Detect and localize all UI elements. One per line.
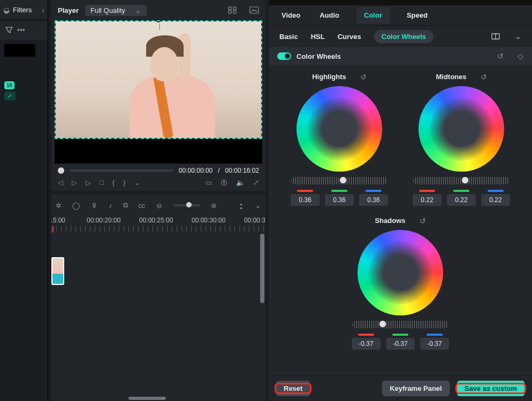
compare-view-icon[interactable] [491,33,500,40]
chevron-down-icon[interactable]: ⌄ [255,202,261,209]
wheel-midtones: Midtones ↺ 0.22 0.22 0.22 [405,70,518,206]
quality-select[interactable]: Full Quality ⌄ [85,5,147,16]
shadows-label: Shadows [375,217,405,225]
highlights-b[interactable]: 0.36 [359,194,388,206]
mark-in-icon[interactable]: { [112,179,115,187]
scrub-handle[interactable] [58,167,64,174]
reset-icon[interactable]: ↺ [420,217,426,225]
filter-search[interactable] [4,44,35,57]
timeline-ruler[interactable]: 15:00 00:00:20:00 00:00:25:00 00:00:30:0… [51,214,265,234]
play-icon[interactable]: ▷ [86,179,91,187]
save-as-custom-button[interactable]: Save as custom [457,381,525,396]
mark-out-icon[interactable]: } [123,179,125,187]
fullscreen-icon[interactable]: ⤢ [253,179,259,187]
svg-rect-1 [233,7,236,10]
tl-pip-icon[interactable]: ⧉ [123,201,128,210]
reset-icon[interactable]: ↺ [481,73,487,81]
grid-view-icon[interactable] [228,6,237,14]
subtab-color-wheels[interactable]: Color Wheels [374,30,434,43]
svg-rect-0 [229,7,231,10]
filter-chip-check[interactable]: ✓ [4,91,16,101]
center-column: Player Full Quality ⌄ 00:00:00:00 [51,0,265,401]
color-wheels-title: Color Wheels [297,52,341,60]
inspector-tabs-primary: Video Audio Color Speed [269,5,532,26]
highlights-r[interactable]: 0.36 [291,194,320,206]
chevron-down-icon[interactable]: ⌄ [515,33,521,40]
volume-icon[interactable]: 🔈 [236,179,245,187]
scrub-track[interactable] [70,169,173,172]
tl-settings-icon[interactable]: ✲ [56,202,62,210]
reset-icon[interactable]: ↺ [360,73,367,81]
zoom-out-icon[interactable]: ⊖ [156,202,162,210]
undo-icon[interactable]: ↺ [497,52,504,60]
picture-icon[interactable] [249,6,259,14]
more-dots-icon[interactable]: ••• [17,26,25,34]
total-timecode: 00:00:16:02 [225,167,259,174]
filter-chip[interactable]: 16 [4,81,14,89]
reset-highlight-box: Reset [276,384,310,392]
svg-rect-2 [229,11,231,13]
filter-funnel-icon[interactable] [5,26,13,34]
color-wheels-toggle[interactable] [277,52,291,60]
aspect-menu-icon[interactable]: ⌄ [134,179,140,187]
tab-audio[interactable]: Audio [317,7,341,24]
keyframe-diamond-icon[interactable]: ◇ [518,52,523,60]
save-highlight-box: Save as custom [457,384,525,392]
ruler-tick: 00:00:30:00 [192,217,225,224]
ruler-tick: 00:00:20:00 [87,217,120,224]
tab-video[interactable]: Video [279,7,302,24]
highlights-label: Highlights [312,73,346,81]
current-timecode: 00:00:00:00 [179,167,212,174]
player-panel: Player Full Quality ⌄ 00:00:00:00 [51,0,265,191]
tl-layout-icon[interactable] [238,202,244,209]
inspector-footer: Reset Keyframe Panel Save as custom [269,375,532,401]
video-preview[interactable] [55,20,262,139]
midtones-slider[interactable] [413,177,510,184]
midtones-b[interactable]: 0.22 [481,194,510,206]
ruler-tick: 00:00:25:00 [139,217,173,224]
player-title: Player [58,6,79,14]
midtones-g[interactable]: 0.22 [447,194,476,206]
clip-thumbnail[interactable] [51,257,64,285]
chevron-down-icon: ⌄ [135,6,141,14]
display-icon[interactable]: ▭ [206,179,212,187]
play-pause-icon[interactable]: ▷ [72,179,77,187]
highlights-g[interactable]: 0.36 [325,194,354,206]
chevron-right-icon[interactable]: › [42,6,44,14]
timeline-vscroll[interactable] [260,234,264,303]
tl-voice-icon[interactable]: 🎙 [91,202,98,210]
shadows-wheel[interactable] [358,230,443,315]
shadows-b[interactable]: -0.37 [420,338,449,350]
timeline-tracks[interactable] [51,234,265,401]
subtab-curves[interactable]: Curves [338,33,361,41]
inspector-tabs-secondary: Basic HSL Curves Color Wheels ⌄ [269,26,532,47]
highlights-slider[interactable] [291,177,387,184]
tl-music-icon[interactable]: ♪ [109,202,112,210]
highlights-wheel[interactable] [297,86,382,172]
snapshot-icon[interactable]: ⦿ [221,179,227,187]
venn-icon: ◒ [3,6,10,14]
tl-cc-icon[interactable]: cc [139,202,146,210]
midtones-r[interactable]: 0.22 [413,194,442,206]
zoom-slider[interactable] [173,204,200,206]
subtab-hsl[interactable]: HSL [311,33,325,41]
shadows-g[interactable]: -0.37 [386,338,415,350]
midtones-wheel[interactable] [419,86,504,172]
subtab-basic[interactable]: Basic [279,33,298,41]
color-wheels-header: Color Wheels ↺ ◇ [269,47,532,65]
stop-icon[interactable]: □ [100,179,104,187]
timeline-hscroll[interactable] [128,397,166,400]
prev-frame-icon[interactable]: ◁ [58,179,63,187]
wheel-shadows: Shadows ↺ -0.37 -0.37 -0.37 [344,213,457,350]
keyframe-panel-button[interactable]: Keyframe Panel [382,381,450,396]
shadows-r[interactable]: -0.37 [352,338,381,350]
tc-sep: / [218,167,219,174]
tab-color[interactable]: Color [356,7,390,24]
wheels-area: Highlights ↺ 0.36 0.36 0.36 Midtones ↺ [269,65,532,375]
shadows-slider[interactable] [352,321,449,328]
tl-marker-icon[interactable]: ◯ [72,202,80,210]
tab-speed[interactable]: Speed [405,7,430,24]
reset-button[interactable]: Reset [276,381,310,396]
ruler-tick: 00:00:35:00 [244,217,265,224]
zoom-in-icon[interactable]: ⊕ [211,202,217,210]
